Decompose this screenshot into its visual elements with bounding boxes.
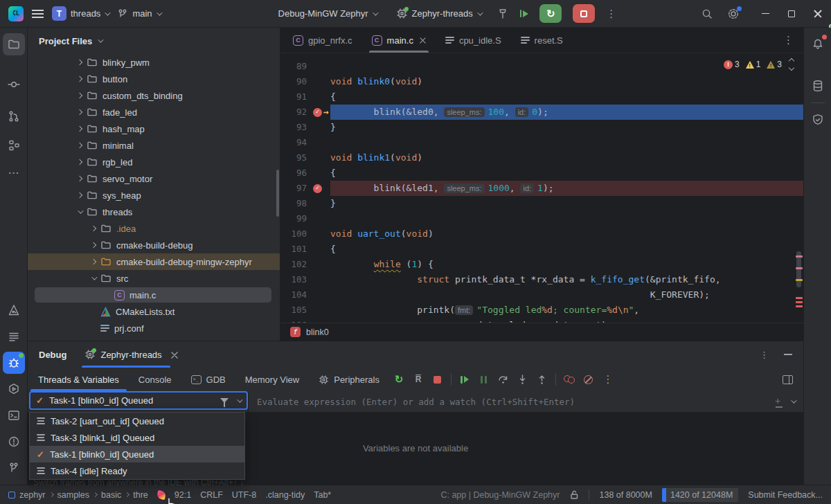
todo-tool-button[interactable]: [3, 325, 25, 348]
code-line[interactable]: 101{: [280, 242, 803, 257]
layout-settings-icon[interactable]: [778, 370, 796, 388]
inspection-nav[interactable]: [789, 59, 794, 70]
feedback-link[interactable]: Submit Feedback...: [748, 490, 823, 500]
tab-options-icon[interactable]: ⋮: [783, 34, 803, 46]
terminal-tool-button[interactable]: [3, 404, 25, 426]
gutter[interactable]: [307, 120, 330, 135]
gutter[interactable]: [307, 272, 330, 287]
tree-row[interactable]: servo_motor: [28, 170, 280, 187]
problems-tool-button[interactable]: [3, 431, 25, 453]
search-icon[interactable]: [701, 8, 713, 20]
code-line[interactable]: 93}: [280, 120, 803, 135]
project-view-selector[interactable]: Project Files: [28, 28, 280, 54]
filter-icon[interactable]: [220, 398, 229, 403]
hide-panel-icon[interactable]: [784, 354, 792, 355]
debug-options-icon[interactable]: ⋮: [760, 350, 769, 360]
stop-icon[interactable]: [429, 370, 447, 388]
toolbar-more-icon[interactable]: ⋮: [599, 370, 617, 388]
tree-row[interactable]: src: [28, 270, 280, 287]
step-over-icon[interactable]: [494, 370, 512, 388]
step-into-icon[interactable]: [514, 370, 532, 388]
tab-gdb[interactable]: >_GDB: [182, 368, 235, 391]
main-menu-icon[interactable]: [32, 10, 44, 18]
tree-row[interactable]: prj.conf: [28, 320, 280, 336]
run-profile-status[interactable]: C: app | Debug-MinGW Zephyr: [440, 490, 560, 500]
gutter[interactable]: [307, 318, 330, 323]
vcs-branch-selector[interactable]: main: [117, 8, 160, 19]
status-breadcrumbs[interactable]: zephyr samples basic thre: [8, 490, 148, 500]
run-config-selector[interactable]: Zephyr-threads: [396, 8, 481, 19]
gutter[interactable]: [307, 59, 330, 74]
tree-row[interactable]: sys_heap: [28, 187, 280, 204]
code-line[interactable]: 98}: [280, 196, 803, 211]
structure-tool-button[interactable]: [3, 134, 25, 156]
tree-row-excluded[interactable]: cmake-build-debug-mingw-zephyr: [28, 253, 280, 270]
code-line[interactable]: 99: [280, 211, 803, 226]
code-line[interactable]: 104 K_FOREVER);: [280, 287, 803, 303]
stop-button[interactable]: [573, 4, 595, 23]
tree-row[interactable]: custom_dts_binding: [28, 87, 280, 104]
settings-gear-icon[interactable]: [727, 8, 740, 20]
tree-row[interactable]: .idea: [28, 220, 280, 237]
code-line[interactable]: 91{: [280, 89, 803, 105]
gutter[interactable]: [307, 165, 330, 181]
commit-tool-button[interactable]: [3, 73, 25, 96]
close-session-icon[interactable]: [171, 352, 177, 358]
thread-selector-combo[interactable]: ✓ Task-1 [blink0_id] Queued: [29, 391, 248, 410]
unlocked-icon[interactable]: [569, 489, 579, 500]
rerun-debug-button[interactable]: ↻: [539, 4, 562, 23]
code-line[interactable]: 92✓→ blink(&led0, sleep_ms:100, id:0);: [280, 105, 803, 120]
code-line[interactable]: 95void blink1(void): [280, 150, 803, 165]
thread-list-item[interactable]: Task-3 [blink1_id] Queued: [30, 429, 244, 446]
project-selector[interactable]: T threads: [52, 6, 109, 21]
rerun-icon[interactable]: ↻: [390, 370, 408, 388]
reset-icon[interactable]: R: [409, 370, 427, 388]
breadcrumb-function[interactable]: blink0: [306, 327, 329, 337]
ide-memory[interactable]: 138 of 8000M: [599, 490, 652, 500]
gutter[interactable]: [307, 303, 330, 318]
gutter[interactable]: [307, 242, 330, 257]
database-button[interactable]: [807, 75, 829, 97]
indent-style[interactable]: Tab*: [314, 490, 331, 500]
tree-row[interactable]: CMakeLists.txt: [28, 303, 280, 320]
cmake-profile-selector[interactable]: Debug-MinGW Zephyr: [278, 8, 377, 19]
thread-list-item[interactable]: Task-2 [uart_out_id] Queued: [30, 413, 244, 429]
code-line[interactable]: 96{: [280, 165, 803, 181]
cmake-tool-button[interactable]: [3, 299, 25, 321]
gutter[interactable]: [307, 211, 330, 226]
more-tools-button[interactable]: ⋯: [3, 162, 25, 184]
services-tool-button[interactable]: [3, 378, 25, 400]
build-hammer-icon[interactable]: [497, 8, 509, 20]
tree-scrollbar[interactable]: [276, 170, 279, 217]
pull-requests-tool-button[interactable]: [3, 105, 25, 127]
pause-icon[interactable]: [475, 370, 493, 388]
file-encoding[interactable]: UTF-8: [232, 490, 256, 500]
tree-row[interactable]: blinky_pwm: [28, 54, 280, 71]
step-out-icon[interactable]: [533, 370, 551, 388]
tab-memory-view[interactable]: Memory View: [236, 368, 309, 391]
editor-tab[interactable]: C gpio_nrfx.c: [285, 28, 361, 53]
gutter[interactable]: [307, 150, 330, 165]
add-watch-icon[interactable]: +: [775, 397, 784, 406]
gutter[interactable]: [307, 74, 330, 89]
tree-row[interactable]: button: [28, 71, 280, 87]
code-line[interactable]: 102 while (1) {: [280, 257, 803, 272]
code-line[interactable]: 103 struct printk_data_t *rx_data = k_fi…: [280, 272, 803, 287]
code-line[interactable]: 105 printk(fmt:"Toggled led%d; counter=%…: [280, 303, 803, 318]
more-actions-icon[interactable]: ⋮: [606, 8, 616, 20]
tree-row[interactable]: fade_led: [28, 104, 280, 120]
debug-tool-button[interactable]: [3, 352, 25, 374]
tree-row-selected[interactable]: Cmain.c: [28, 287, 280, 303]
project-tool-button[interactable]: [3, 33, 25, 55]
gutter[interactable]: ✓: [307, 181, 330, 196]
code-line[interactable]: 90void blink0(void): [280, 74, 803, 89]
clang-tidy[interactable]: .clang-tidy: [265, 490, 305, 500]
tree-row[interactable]: rgb_led: [28, 154, 280, 170]
minimize-button[interactable]: [752, 0, 778, 28]
editor-tab[interactable]: cpu_idle.S: [437, 28, 510, 53]
gutter[interactable]: [307, 287, 330, 303]
mute-breakpoints-icon[interactable]: [580, 370, 598, 388]
inspections-widget[interactable]: !3 1 3: [721, 57, 796, 71]
chevron-down-icon[interactable]: [791, 397, 796, 403]
gutter[interactable]: [307, 196, 330, 211]
